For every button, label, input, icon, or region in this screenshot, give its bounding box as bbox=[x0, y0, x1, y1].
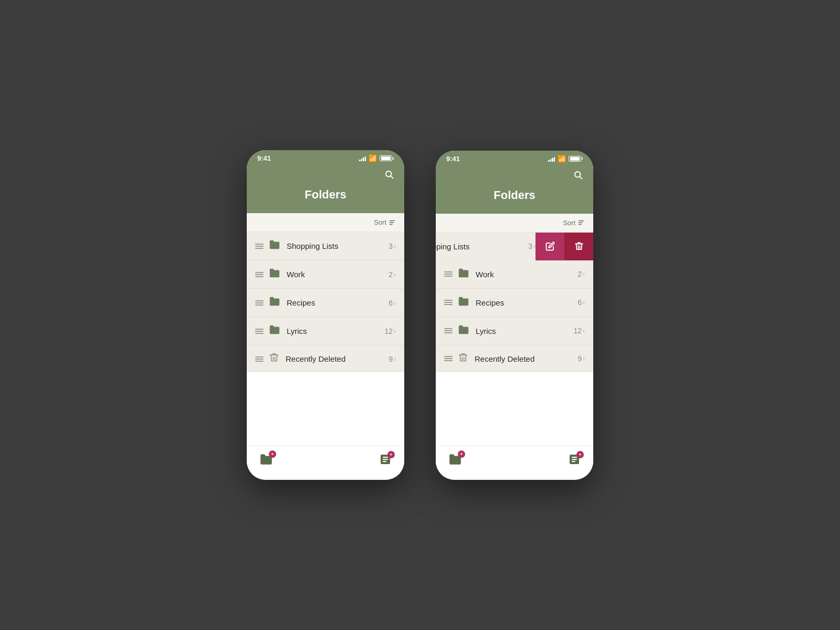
add-note-button[interactable]: + bbox=[568, 453, 581, 469]
folder-count: 9 › bbox=[578, 354, 585, 363]
folder-count: 2 › bbox=[388, 270, 396, 279]
folder-icon bbox=[269, 239, 280, 250]
list-item[interactable]: Shopping Lists 3 › bbox=[436, 233, 536, 260]
folder-name: Lyrics bbox=[287, 327, 384, 335]
add-note-badge: + bbox=[387, 451, 395, 458]
svg-line-1 bbox=[391, 176, 393, 178]
add-folder-button[interactable]: + bbox=[259, 453, 273, 469]
body-area bbox=[247, 372, 404, 446]
folder-count: 6 › bbox=[578, 298, 585, 307]
phone-left: 9:41 📶 Fol bbox=[247, 150, 404, 480]
bottom-toolbar: + + bbox=[436, 446, 593, 480]
sort-label: Sort bbox=[374, 218, 386, 226]
folder-count: 3 › bbox=[388, 242, 396, 250]
folder-icon bbox=[269, 267, 280, 279]
add-folder-badge: + bbox=[458, 450, 465, 458]
folder-icon bbox=[458, 267, 469, 279]
list-item[interactable]: Work 2 › bbox=[436, 260, 593, 289]
add-note-badge: + bbox=[576, 451, 584, 458]
signal-icon bbox=[548, 156, 555, 162]
app-header: Folders bbox=[247, 165, 404, 213]
search-button[interactable] bbox=[382, 167, 396, 184]
sort-button[interactable]: Sort bbox=[563, 219, 585, 227]
list-item[interactable]: Work 2 › bbox=[247, 260, 404, 289]
add-note-button[interactable]: + bbox=[379, 453, 392, 469]
folder-icon bbox=[269, 296, 280, 307]
status-time: 9:41 bbox=[446, 155, 460, 163]
folder-count: 3 › bbox=[528, 242, 536, 250]
battery-icon bbox=[380, 155, 394, 161]
folder-count: 12 › bbox=[573, 327, 585, 335]
folder-icon bbox=[458, 324, 469, 335]
folder-count: 6 › bbox=[388, 299, 396, 307]
trash-icon bbox=[269, 352, 279, 363]
wifi-icon: 📶 bbox=[558, 155, 566, 163]
page-container: 9:41 📶 Fol bbox=[226, 129, 614, 501]
drag-handle[interactable] bbox=[444, 328, 453, 333]
bottom-toolbar: + + bbox=[247, 446, 404, 480]
swipe-actions bbox=[536, 233, 593, 260]
folder-list: Shopping Lists 3 › bbox=[436, 233, 593, 372]
folder-name: Recipes bbox=[287, 298, 388, 307]
add-folder-badge: + bbox=[269, 450, 276, 458]
drag-handle[interactable] bbox=[255, 272, 264, 277]
drag-handle[interactable] bbox=[255, 356, 264, 362]
list-item[interactable]: Lyrics 12 › bbox=[436, 317, 593, 345]
list-item[interactable]: Recently Deleted 9 › bbox=[247, 345, 404, 372]
app-title: Folders bbox=[255, 186, 396, 205]
folder-icon bbox=[269, 324, 280, 335]
battery-icon bbox=[569, 156, 583, 162]
list-item[interactable]: Shopping Lists 3 › bbox=[247, 232, 404, 260]
list-item[interactable]: Recipes 6 › bbox=[436, 289, 593, 317]
folder-name: Recently Deleted bbox=[286, 354, 388, 363]
folder-count: 2 › bbox=[578, 270, 585, 278]
folder-count: 12 › bbox=[384, 327, 396, 335]
drag-handle[interactable] bbox=[444, 300, 453, 305]
list-item[interactable]: Recipes 6 › bbox=[247, 289, 404, 317]
folder-name: Recipes bbox=[476, 298, 578, 307]
sort-row: Sort bbox=[247, 213, 404, 232]
status-time: 9:41 bbox=[257, 154, 271, 162]
status-icons: 📶 bbox=[548, 155, 583, 163]
svg-line-10 bbox=[580, 176, 582, 178]
app-title: Folders bbox=[444, 186, 585, 205]
folder-icon bbox=[458, 296, 469, 307]
add-folder-button[interactable]: + bbox=[448, 453, 462, 469]
drag-handle[interactable] bbox=[444, 356, 453, 361]
sort-row: Sort bbox=[436, 214, 593, 233]
search-button[interactable] bbox=[571, 168, 585, 184]
list-item[interactable]: Recently Deleted 9 › bbox=[436, 345, 593, 372]
trash-icon bbox=[458, 352, 468, 363]
sort-button[interactable]: Sort bbox=[374, 218, 396, 226]
folder-name: Work bbox=[287, 270, 388, 279]
folder-name: Work bbox=[476, 270, 578, 279]
status-bar: 9:41 📶 bbox=[247, 150, 404, 165]
drag-handle[interactable] bbox=[255, 329, 264, 334]
drag-handle[interactable] bbox=[255, 244, 264, 249]
signal-icon bbox=[359, 155, 366, 161]
wifi-icon: 📶 bbox=[369, 154, 377, 162]
drag-handle[interactable] bbox=[444, 271, 453, 277]
folder-name: Recently Deleted bbox=[475, 354, 578, 363]
swipe-delete-button[interactable] bbox=[564, 233, 593, 260]
body-area bbox=[436, 372, 593, 446]
status-bar: 9:41 📶 bbox=[436, 151, 593, 166]
folder-name: Shopping Lists bbox=[436, 242, 528, 251]
folder-list: Shopping Lists 3 › Work 2 › bbox=[247, 232, 404, 372]
app-header: Folders bbox=[436, 166, 593, 214]
folder-name: Shopping Lists bbox=[287, 242, 388, 250]
swipe-edit-button[interactable] bbox=[536, 233, 564, 260]
drag-handle[interactable] bbox=[255, 300, 264, 306]
folder-count: 9 › bbox=[388, 355, 396, 363]
list-item[interactable]: Lyrics 12 › bbox=[247, 317, 404, 345]
status-icons: 📶 bbox=[359, 154, 394, 162]
list-item-wrapper: Shopping Lists 3 › bbox=[436, 233, 593, 260]
sort-label: Sort bbox=[563, 219, 575, 227]
folder-name: Lyrics bbox=[476, 327, 573, 335]
phone-right: 9:41 📶 Fol bbox=[436, 151, 593, 480]
